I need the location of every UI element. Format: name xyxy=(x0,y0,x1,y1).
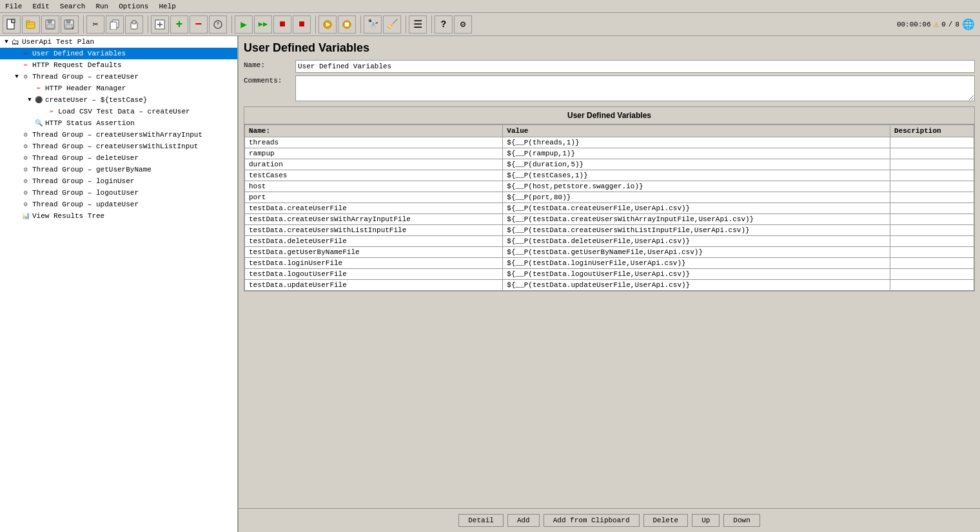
row-value: ${__P(testData.loginUserFile,UserApi.csv… xyxy=(503,258,890,269)
menu-search[interactable]: Search xyxy=(55,1,91,12)
table-row[interactable]: testData.updateUserFile${__P(testData.up… xyxy=(245,280,974,291)
clear-button2[interactable]: 🧹 xyxy=(383,15,401,34)
delete-button[interactable]: Delete xyxy=(643,514,689,527)
magnifier-icon: 🔍 xyxy=(34,118,44,128)
tree-tg-login-label: Thread Group – loginUser xyxy=(32,177,134,185)
binoculars-button[interactable]: 🔭 xyxy=(364,15,382,34)
remote-stop-button[interactable] xyxy=(338,15,356,34)
tree-item-load-csv[interactable]: ✂ Load CSV Test Data – createUser xyxy=(0,106,237,117)
row-name: testData.loginUserFile xyxy=(245,258,503,269)
table-row[interactable]: port${__P(port,80)} xyxy=(245,192,974,203)
scissors-icon3: ✂ xyxy=(34,83,44,94)
remote-start-button[interactable] xyxy=(318,15,337,34)
remove-button[interactable]: − xyxy=(190,15,208,34)
name-field-row: Name: xyxy=(244,60,975,73)
row-description xyxy=(890,148,974,159)
table-row[interactable]: testData.loginUserFile${__P(testData.log… xyxy=(245,258,974,269)
tree-expand-root[interactable]: ▼ xyxy=(3,38,10,46)
tree-item-tg-create[interactable]: ▼ ⚙ Thread Group – createUser xyxy=(0,71,237,83)
tree-item-tg-get[interactable]: ⚙ Thread Group – getUserByName xyxy=(0,164,237,175)
menubar: File Edit Search Run Options Help xyxy=(0,0,980,13)
table-row[interactable]: testCases${__P(testCases,1)} xyxy=(245,170,974,181)
cut-button[interactable]: ✂ xyxy=(86,15,104,34)
add-row-button[interactable]: Add xyxy=(507,514,540,527)
tree-item-tg-login[interactable]: ⚙ Thread Group – loginUser xyxy=(0,175,237,187)
tree-expand-tg-create[interactable]: ▼ xyxy=(13,73,21,81)
tree-item-view-results[interactable]: 📊 View Results Tree xyxy=(0,210,237,222)
svg-rect-7 xyxy=(47,25,54,28)
svg-rect-15 xyxy=(132,21,136,24)
paste-button[interactable] xyxy=(125,15,143,34)
globe-icon[interactable]: 🌐 xyxy=(962,18,975,31)
up-button[interactable]: Up xyxy=(692,514,720,527)
table-row[interactable]: testData.createUserFile${__P(testData.cr… xyxy=(245,203,974,214)
run-selected-button[interactable]: ▶▶ xyxy=(254,15,272,34)
tree-item-http-status[interactable]: 🔍 HTTP Status Assertion xyxy=(0,117,237,129)
table-row[interactable]: testData.deleteUserFile${__P(testData.de… xyxy=(245,236,974,247)
tree-item-tg-array[interactable]: ⚙ Thread Group – createUsersWithArrayInp… xyxy=(0,129,237,141)
row-description xyxy=(890,214,974,225)
tree-expand-tg-logout xyxy=(13,189,21,197)
toggle-button[interactable] xyxy=(209,15,227,34)
list-button[interactable]: ☰ xyxy=(409,15,427,34)
row-value: ${__P(testData.createUsersWithArrayInput… xyxy=(503,214,890,225)
menu-file[interactable]: File xyxy=(0,1,27,12)
table-row[interactable]: testData.createUsersWithListInputFile${_… xyxy=(245,225,974,236)
add-button[interactable]: + xyxy=(170,15,188,34)
tree-root[interactable]: ▼ 🗂 UserApi Test Plan xyxy=(0,36,237,48)
row-name: testData.updateUserFile xyxy=(245,280,503,291)
save-as-button[interactable]: + xyxy=(61,15,79,34)
stop-button[interactable]: ■ xyxy=(273,15,291,34)
row-value: ${__P(testData.deleteUserFile,UserApi.cs… xyxy=(503,236,890,247)
table-row[interactable]: testData.getUserByNameFile${__P(testData… xyxy=(245,247,974,258)
tree-expand-http-header xyxy=(26,84,34,92)
copy-button[interactable] xyxy=(106,15,124,34)
add-from-clipboard-button[interactable]: Add from Clipboard xyxy=(544,514,640,527)
tree-udv-label: User Defined Variables xyxy=(32,50,126,57)
table-row[interactable]: rampup${__P(rampup,1)} xyxy=(245,148,974,159)
save-button[interactable] xyxy=(41,15,59,34)
tree-item-http-defaults[interactable]: ✂ HTTP Request Defaults xyxy=(0,59,237,71)
menu-help[interactable]: Help xyxy=(153,1,181,12)
content-panel: User Defined Variables Name: Comments: U… xyxy=(239,36,980,532)
row-description xyxy=(890,258,974,269)
row-value: ${__P(host,petstore.swagger.io)} xyxy=(503,181,890,192)
row-description xyxy=(890,137,974,148)
shutdown-button[interactable]: ■ xyxy=(293,15,311,34)
menu-options[interactable]: Options xyxy=(113,1,153,12)
menu-edit[interactable]: Edit xyxy=(27,1,54,12)
run-button[interactable]: ▶ xyxy=(235,15,253,34)
row-value: ${__P(testCases,1)} xyxy=(503,170,890,181)
tree-item-tg-update[interactable]: ⚙ Thread Group – updateUser xyxy=(0,199,237,210)
table-row[interactable]: testData.createUsersWithArrayInputFile${… xyxy=(245,214,974,225)
settings-button[interactable]: ⚙ xyxy=(454,15,472,34)
table-row[interactable]: host${__P(host,petstore.swagger.io)} xyxy=(245,181,974,192)
menu-run[interactable]: Run xyxy=(90,1,113,12)
tree-item-create-testcase[interactable]: ▼ ⚫ createUser – ${testCase} xyxy=(0,94,237,106)
row-name: testCases xyxy=(245,170,503,181)
table-row[interactable]: threads${__P(threads,1)} xyxy=(245,137,974,148)
expand-button[interactable] xyxy=(151,15,169,34)
tree-tg-list-label: Thread Group – createUsersWithListInput xyxy=(32,143,198,150)
table-row[interactable]: testData.logoutUserFile${__P(testData.lo… xyxy=(245,269,974,280)
row-name: testData.deleteUserFile xyxy=(245,236,503,247)
error-count: 8 xyxy=(955,21,959,28)
detail-button[interactable]: Detail xyxy=(458,514,504,527)
name-input[interactable] xyxy=(295,60,975,73)
help-button[interactable]: ? xyxy=(435,15,453,34)
warning-icon: ⚠ xyxy=(934,19,939,30)
main-area: ▼ 🗂 UserApi Test Plan ✂ User Defined Var… xyxy=(0,36,980,532)
tree-item-tg-list[interactable]: ⚙ Thread Group – createUsersWithListInpu… xyxy=(0,141,237,152)
comments-input[interactable] xyxy=(295,75,975,101)
open-button[interactable] xyxy=(22,15,40,34)
tree-item-udv[interactable]: ✂ User Defined Variables xyxy=(0,48,237,59)
table-row[interactable]: duration${__P(duration,5)} xyxy=(245,159,974,170)
tree-expand-create-testcase[interactable]: ▼ xyxy=(26,96,34,104)
down-button[interactable]: Down xyxy=(723,514,760,527)
tree-item-tg-delete[interactable]: ⚙ Thread Group – deleteUser xyxy=(0,152,237,164)
svg-rect-3 xyxy=(26,21,30,23)
new-button[interactable] xyxy=(3,15,21,34)
tree-item-http-header[interactable]: ✂ HTTP Header Manager xyxy=(0,83,237,94)
row-name: rampup xyxy=(245,148,503,159)
tree-item-tg-logout[interactable]: ⚙ Thread Group – logoutUser xyxy=(0,187,237,199)
